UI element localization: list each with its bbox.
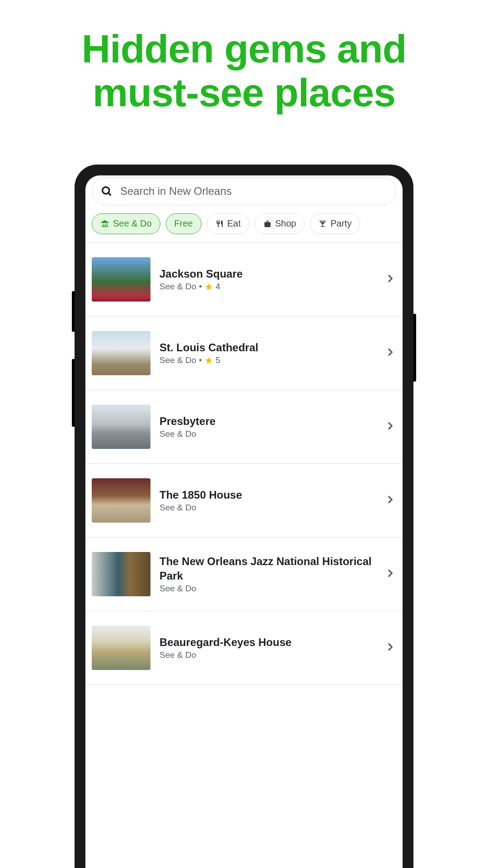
phone-volume-button <box>72 291 75 332</box>
chevron-right-icon <box>385 420 396 434</box>
hero-line1: Hidden gems and <box>82 26 406 71</box>
party-icon <box>319 220 327 228</box>
list-item[interactable]: The New Orleans Jazz National Historical… <box>85 538 403 611</box>
places-list: Jackson SquareSee & Do • 4St. Louis Cath… <box>85 243 403 685</box>
svg-point-0 <box>103 187 109 193</box>
chip-eat[interactable]: Eat <box>207 213 249 234</box>
chevron-right-icon <box>385 346 396 360</box>
place-category: See & Do <box>160 503 196 513</box>
filter-chips: See & Do Free Eat Shop <box>85 213 403 242</box>
chevron-right-icon <box>385 273 396 286</box>
item-content: PresbytereSee & Do <box>160 414 375 439</box>
place-meta: See & Do <box>160 650 375 660</box>
place-meta: See & Do <box>160 584 375 594</box>
chip-label: Free <box>174 218 193 229</box>
search-placeholder: Search in New Orleans <box>120 185 232 198</box>
place-meta: See & Do <box>160 503 375 513</box>
chevron-right-icon <box>385 641 396 655</box>
list-item[interactable]: The 1850 HouseSee & Do <box>85 464 403 538</box>
place-thumbnail <box>92 257 150 302</box>
chevron-right-icon <box>385 567 396 581</box>
page-title: Hidden gems and must-see places <box>0 0 488 137</box>
star-icon <box>205 283 213 291</box>
list-item[interactable]: St. Louis CathedralSee & Do • 5 <box>85 316 403 390</box>
phone-power-button <box>413 314 416 382</box>
chip-label: See & Do <box>113 218 152 229</box>
chip-label: Party <box>330 218 352 229</box>
place-category: See & Do <box>160 584 196 594</box>
place-category: See & Do <box>160 429 196 439</box>
place-title: The 1850 House <box>160 488 375 502</box>
item-content: Jackson SquareSee & Do • 4 <box>160 267 375 292</box>
place-thumbnail <box>92 626 150 670</box>
shop-icon <box>263 220 272 228</box>
place-title: Presbytere <box>160 414 375 428</box>
list-item[interactable]: PresbytereSee & Do <box>85 390 403 464</box>
item-content: Beauregard-Keyes HouseSee & Do <box>160 635 375 660</box>
place-thumbnail <box>92 331 150 375</box>
list-item[interactable]: Beauregard-Keyes HouseSee & Do <box>85 611 403 685</box>
phone-volume-button <box>72 359 75 427</box>
chip-shop[interactable]: Shop <box>255 213 305 234</box>
list-item[interactable]: Jackson SquareSee & Do • 4 <box>85 243 403 316</box>
chip-see-do[interactable]: See & Do <box>92 213 160 234</box>
place-thumbnail <box>92 405 150 449</box>
separator-dot: • <box>199 355 202 365</box>
item-content: The New Orleans Jazz National Historical… <box>160 554 375 593</box>
search-icon <box>100 185 113 198</box>
place-rating: 5 <box>216 355 221 365</box>
hero-line2: must-see places <box>93 70 395 115</box>
place-title: Beauregard-Keyes House <box>160 635 375 649</box>
place-meta: See & Do • 5 <box>160 355 375 365</box>
place-category: See & Do <box>160 650 196 660</box>
svg-line-1 <box>108 193 111 195</box>
star-icon <box>205 356 213 364</box>
place-meta: See & Do • 4 <box>160 282 375 292</box>
separator-dot: • <box>199 282 202 292</box>
search-bar[interactable]: Search in New Orleans <box>92 177 396 205</box>
place-thumbnail <box>92 478 150 523</box>
place-title: Jackson Square <box>160 267 375 281</box>
place-thumbnail <box>92 552 150 596</box>
item-content: The 1850 HouseSee & Do <box>160 488 375 513</box>
chip-label: Eat <box>227 218 241 229</box>
chip-free[interactable]: Free <box>166 213 202 234</box>
place-category: See & Do <box>160 282 196 292</box>
place-meta: See & Do <box>160 429 375 439</box>
chip-party[interactable]: Party <box>310 213 360 234</box>
museum-icon <box>100 219 109 228</box>
eat-icon <box>216 220 224 228</box>
item-content: St. Louis CathedralSee & Do • 5 <box>160 340 375 365</box>
phone-screen: Search in New Orleans See & Do Free <box>85 175 403 868</box>
place-rating: 4 <box>216 282 221 292</box>
place-category: See & Do <box>160 355 196 365</box>
chevron-right-icon <box>385 494 396 507</box>
place-title: St. Louis Cathedral <box>160 340 375 354</box>
phone-frame: Search in New Orleans See & Do Free <box>75 165 413 868</box>
place-title: The New Orleans Jazz National Historical… <box>160 554 375 582</box>
chip-label: Shop <box>275 218 296 229</box>
